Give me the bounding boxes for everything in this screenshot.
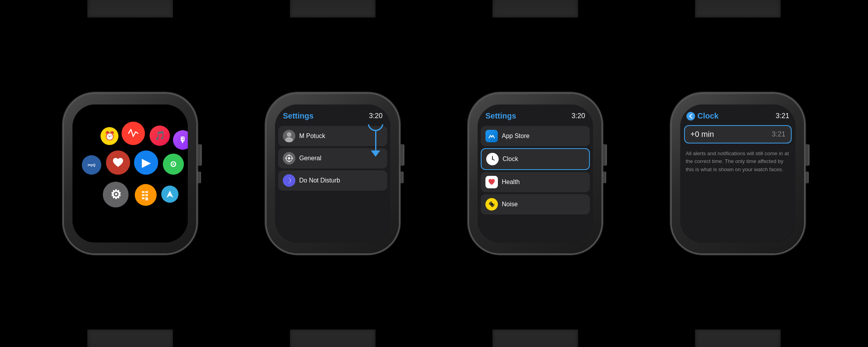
watch-band-top-1: [87, 0, 173, 18]
watch-button-3: [602, 172, 606, 183]
watch-crown-2: [399, 144, 404, 166]
clock-adjust-value: 3:21: [772, 130, 785, 138]
noise-icon: [485, 198, 498, 211]
watch-screen-3: Settings 3:20 App Store: [478, 104, 593, 243]
watch-band-bottom-3: [492, 329, 578, 347]
scroll-line: [375, 131, 376, 150]
settings-header-2: Settings 3:20: [275, 104, 390, 124]
app-icon-heart[interactable]: [106, 150, 130, 175]
back-button[interactable]: [686, 112, 695, 120]
watch-band-bottom-4: [695, 329, 781, 347]
watch-screen-4: Clock 3:21 +0 min 3:21 All alerts and no…: [680, 104, 796, 243]
watch-band-bottom-2: [290, 329, 376, 347]
app-icon-maps[interactable]: [161, 186, 178, 203]
settings-item-dnd[interactable]: Do Not Disturb: [278, 170, 387, 191]
watch-body-1: ⏰ 🎵 🎙 myQ ▶: [64, 94, 196, 253]
scroll-circle: [368, 124, 383, 131]
clock-detail-header: Clock 3:21: [680, 104, 796, 124]
clock-description: All alerts and notifications will still …: [680, 145, 796, 178]
health-icon: [485, 176, 498, 188]
settings-item-label-appstore: App Store: [502, 133, 529, 140]
watch-crown-1: [196, 144, 202, 166]
svg-point-14: [288, 157, 290, 159]
svg-marker-8: [166, 191, 173, 198]
app-icon-activity[interactable]: [122, 122, 145, 145]
watch-body-3: Settings 3:20 App Store: [469, 94, 602, 253]
general-icon: [283, 152, 295, 165]
settings-item-label-noise: Noise: [502, 201, 518, 208]
settings-item-label-dnd: Do Not Disturb: [299, 177, 340, 184]
settings-title-3: Settings: [485, 112, 516, 120]
person-icon: [283, 130, 295, 142]
settings-screen-2: Settings 3:20 M: [275, 104, 390, 243]
watch-screen-2: Settings 3:20 M: [275, 104, 390, 243]
settings-item-label-mpotuck: M Potuck: [299, 133, 325, 140]
app-icon-alarm[interactable]: ⏰: [101, 127, 118, 145]
settings-item-label-health: Health: [502, 179, 520, 186]
settings-time-3: 3:20: [572, 112, 585, 120]
settings-item-appstore[interactable]: App Store: [481, 126, 590, 146]
watch-body-2: Settings 3:20 M: [266, 94, 399, 253]
watch-button-4: [805, 172, 809, 183]
svg-point-10: [287, 132, 291, 137]
watch-crown-4: [804, 144, 810, 166]
watch-button-1: [197, 172, 201, 183]
clock-detail-title: Clock: [697, 112, 773, 120]
settings-list-2: M Potuck: [275, 124, 390, 243]
svg-rect-3: [145, 191, 148, 193]
settings-header-3: Settings 3:20: [478, 104, 593, 124]
watch-button-2: [400, 172, 404, 183]
app-icon-calculator[interactable]: [135, 184, 157, 206]
app-icon-myq[interactable]: myQ: [82, 155, 101, 175]
settings-title-2: Settings: [283, 112, 314, 120]
clock-adjust-label: +0 min: [690, 130, 714, 139]
settings-item-noise[interactable]: Noise: [481, 194, 590, 214]
watch-band-top-2: [290, 0, 376, 18]
svg-point-1: [173, 163, 174, 165]
settings-list-3: App Store Clock: [478, 124, 593, 243]
svg-rect-5: [145, 194, 148, 196]
app-icon-nowplaying[interactable]: ▶: [134, 150, 158, 175]
svg-point-23: [492, 159, 493, 160]
svg-rect-2: [142, 191, 145, 193]
app-icon-music[interactable]: 🎵: [150, 126, 170, 146]
appstore-icon: [485, 130, 498, 142]
svg-rect-7: [145, 197, 148, 200]
app-icon-podcasts[interactable]: 🎙: [173, 130, 188, 150]
watch-band-top-3: [492, 0, 578, 18]
svg-rect-6: [142, 197, 145, 199]
watch-4: Clock 3:21 +0 min 3:21 All alerts and no…: [644, 14, 831, 333]
watch-3: Settings 3:20 App Store: [442, 14, 629, 333]
clock-icon: [486, 153, 499, 165]
settings-item-health[interactable]: Health: [481, 172, 590, 192]
watch-screen-1: ⏰ 🎵 🎙 myQ ▶: [72, 104, 188, 243]
svg-point-24: [490, 203, 493, 206]
watch-body-4: Clock 3:21 +0 min 3:21 All alerts and no…: [672, 94, 804, 253]
app-grid-screen: ⏰ 🎵 🎙 myQ ▶: [72, 104, 188, 243]
watch-2: Settings 3:20 M: [239, 14, 426, 333]
app-icon-findmy[interactable]: [163, 154, 184, 175]
settings-item-clock[interactable]: Clock: [481, 148, 590, 170]
svg-point-19: [283, 174, 295, 187]
settings-time-2: 3:20: [369, 112, 383, 120]
scroll-arrow: [371, 150, 380, 157]
app-icon-settings[interactable]: ⚙: [103, 182, 129, 207]
watch-1: ⏰ 🎵 🎙 myQ ▶: [37, 14, 224, 333]
clock-time-adjust[interactable]: +0 min 3:21: [684, 125, 792, 143]
watch-crown-3: [602, 144, 607, 166]
watch-band-top-4: [695, 0, 781, 18]
settings-item-label-general: General: [299, 155, 321, 162]
clock-detail-screen: Clock 3:21 +0 min 3:21 All alerts and no…: [680, 104, 796, 243]
dnd-icon: [283, 174, 295, 187]
settings-item-mpotuck[interactable]: M Potuck: [278, 126, 387, 146]
watch-band-bottom-1: [87, 329, 173, 347]
clock-detail-time: 3:21: [776, 112, 789, 120]
scroll-indicator-container: [368, 124, 383, 157]
settings-item-label-clock: Clock: [503, 156, 518, 163]
settings-screen-3: Settings 3:20 App Store: [478, 104, 593, 243]
svg-rect-4: [142, 194, 145, 196]
